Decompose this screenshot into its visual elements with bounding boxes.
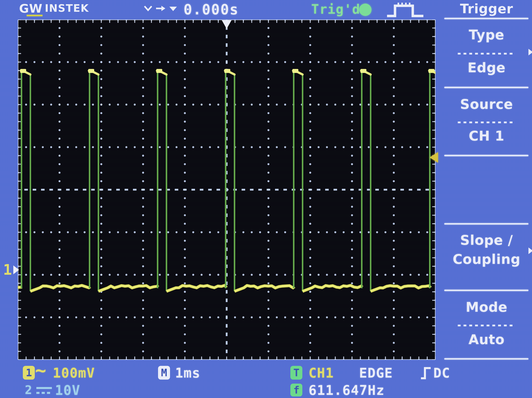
trigger-status-text: Trig'd xyxy=(311,2,361,17)
chevron-down-icon xyxy=(144,4,152,13)
trigger-source-badge: T xyxy=(290,366,302,380)
menu-separator xyxy=(444,358,528,360)
graticule-and-waveform xyxy=(18,19,436,360)
menu-title: Trigger xyxy=(441,1,532,16)
frequency-readout: 611.647Hz xyxy=(309,384,385,397)
ch1-position-arrow-icon xyxy=(13,265,19,274)
trigger-level-marker[interactable] xyxy=(430,152,438,163)
trigger-type-readout: EDGE xyxy=(359,366,393,380)
menu-separator xyxy=(444,18,528,19)
arrow-right-icon xyxy=(156,4,166,13)
ac-coupling-icon: ~ xyxy=(35,361,47,380)
menu-button-value: CH 1 xyxy=(441,128,532,144)
menu-button-empty[interactable] xyxy=(441,156,532,222)
horizontal-status-icons xyxy=(144,4,177,13)
triangle-down-icon xyxy=(169,4,177,13)
ch1-badge: 1 xyxy=(23,366,35,380)
menu-button-type[interactable]: Type Edge xyxy=(441,19,532,86)
timebase-badge: M xyxy=(158,366,170,380)
menu-dotted-divider xyxy=(458,325,514,326)
rising-edge-icon xyxy=(420,366,431,380)
frequency-badge: f xyxy=(290,384,302,397)
trigd-circle-icon xyxy=(359,4,372,16)
trigger-coupling-readout: DC xyxy=(433,366,450,380)
pulse-wave-icon xyxy=(386,2,425,18)
menu-dotted-divider xyxy=(458,122,514,123)
menu-button-label: Mode xyxy=(441,299,532,315)
menu-dotted-divider xyxy=(458,53,514,55)
waveform-display-area xyxy=(18,19,436,360)
ch2-scale-readout: 10V xyxy=(55,384,80,397)
menu-button-value: Edge xyxy=(441,60,532,75)
menu-button-label: Source xyxy=(441,96,532,112)
menu-button-value: Auto xyxy=(441,332,532,347)
menu-button-source[interactable]: Source CH 1 xyxy=(441,88,532,155)
menu-button-label: Coupling xyxy=(441,251,532,267)
ch1-position-marker[interactable]: 1 xyxy=(3,261,19,278)
ch1-scale-readout: 100mV xyxy=(53,366,95,380)
horizontal-position-readout: 0.000s xyxy=(184,1,239,18)
ch1-position-label: 1 xyxy=(3,261,12,278)
submenu-arrow-icon xyxy=(528,49,532,55)
soft-menu-sidebar: Trigger Type Edge Source CH 1 Slope / Co… xyxy=(441,0,532,398)
menu-button-label: Slope / xyxy=(441,232,532,248)
logo-instek: INSTEK xyxy=(45,3,89,14)
trigger-source-readout: CH1 xyxy=(309,366,334,380)
menu-separator xyxy=(444,87,528,88)
logo-gw: GW xyxy=(19,3,43,15)
submenu-arrow-icon xyxy=(528,247,532,254)
menu-button-slope-coupling[interactable]: Slope / Coupling xyxy=(441,225,532,289)
brand-logo: GW INSTEK xyxy=(19,3,89,15)
timebase-readout: 1ms xyxy=(175,366,200,380)
oscilloscope-screen: GW INSTEK 0.000s Trig'd 1 Trigger xyxy=(0,0,532,398)
menu-button-label: Type xyxy=(441,27,532,43)
menu-separator xyxy=(444,155,528,156)
dc-coupling-icon xyxy=(36,386,52,395)
ch2-badge: 2 xyxy=(25,384,32,396)
menu-button-mode[interactable]: Mode Auto xyxy=(441,291,532,358)
